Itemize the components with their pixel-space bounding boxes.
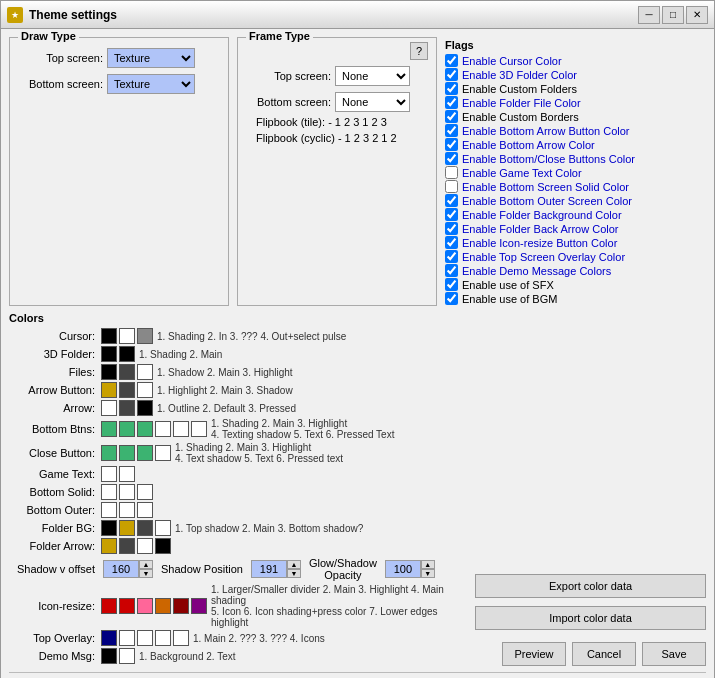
folder-arrow-swatch-2[interactable]: [119, 538, 135, 554]
flag-checkbox-5[interactable]: [445, 124, 458, 137]
shadow-row: Shadow v offset ▲ ▼ Shadow Position ▲: [9, 557, 469, 581]
save-button[interactable]: Save: [642, 642, 706, 666]
files-swatch-2[interactable]: [119, 364, 135, 380]
arrow-btn-swatch-2[interactable]: [119, 382, 135, 398]
frame-bottom-select[interactable]: NoneSimpleFull: [335, 92, 410, 112]
bottom-solid-swatch-1[interactable]: [101, 484, 117, 500]
cancel-button[interactable]: Cancel: [572, 642, 636, 666]
flag-checkbox-16[interactable]: [445, 278, 458, 291]
shadow-pos-down[interactable]: ▼: [287, 569, 301, 578]
icon-resize-swatch-5[interactable]: [173, 598, 189, 614]
flag-checkbox-11[interactable]: [445, 208, 458, 221]
glow-up[interactable]: ▲: [421, 560, 435, 569]
preview-button[interactable]: Preview: [502, 642, 566, 666]
bottom-btns-swatch-4[interactable]: [155, 421, 171, 437]
flag-checkbox-3[interactable]: [445, 96, 458, 109]
arrow-swatch-1[interactable]: [101, 400, 117, 416]
bottom-btns-swatch-6[interactable]: [191, 421, 207, 437]
top-overlay-swatch-4[interactable]: [155, 630, 171, 646]
shadow-pos-up[interactable]: ▲: [287, 560, 301, 569]
bottom-outer-swatch-1[interactable]: [101, 502, 117, 518]
folder-bg-swatch-2[interactable]: [119, 520, 135, 536]
folder-bg-swatch-1[interactable]: [101, 520, 117, 536]
flag-checkbox-17[interactable]: [445, 292, 458, 305]
flag-checkbox-8[interactable]: [445, 166, 458, 179]
bottom-outer-swatch-2[interactable]: [119, 502, 135, 518]
top-overlay-swatch-1[interactable]: [101, 630, 117, 646]
icon-resize-swatch-3[interactable]: [137, 598, 153, 614]
close-button[interactable]: ✕: [686, 6, 708, 24]
shadow-v-up[interactable]: ▲: [139, 560, 153, 569]
close-btn-swatch-3[interactable]: [137, 445, 153, 461]
top-overlay-row: Top Overlay: 1. Main 2. ??? 3. ??? 4. Ic…: [9, 630, 469, 646]
bottom-btns-swatch-3[interactable]: [137, 421, 153, 437]
help-button[interactable]: ?: [410, 42, 428, 60]
close-btn-swatch-1[interactable]: [101, 445, 117, 461]
bottom-screen-select[interactable]: TextureSolidNone: [107, 74, 195, 94]
demo-msg-swatch-1[interactable]: [101, 648, 117, 664]
game-text-swatch-2[interactable]: [119, 466, 135, 482]
bottom-outer-swatch-3[interactable]: [137, 502, 153, 518]
flag-checkbox-2[interactable]: [445, 82, 458, 95]
shadow-pos-input[interactable]: [251, 560, 287, 578]
flag-checkbox-10[interactable]: [445, 194, 458, 207]
arrow-swatch-2[interactable]: [119, 400, 135, 416]
folder-arrow-swatch-1[interactable]: [101, 538, 117, 554]
glow-down[interactable]: ▼: [421, 569, 435, 578]
icon-resize-swatch-4[interactable]: [155, 598, 171, 614]
folder-bg-swatch-3[interactable]: [137, 520, 153, 536]
minimize-button[interactable]: ─: [638, 6, 660, 24]
flag-checkbox-9[interactable]: [445, 180, 458, 193]
icon-resize-swatch-2[interactable]: [119, 598, 135, 614]
close-btn-swatch-4[interactable]: [155, 445, 171, 461]
bottom-btns-swatch-1[interactable]: [101, 421, 117, 437]
game-text-label: Game Text:: [9, 468, 99, 480]
flag-checkbox-12[interactable]: [445, 222, 458, 235]
icon-resize-swatch-1[interactable]: [101, 598, 117, 614]
flag-checkbox-0[interactable]: [445, 54, 458, 67]
bottom-btns-swatch-2[interactable]: [119, 421, 135, 437]
bottom-btns-swatch-5[interactable]: [173, 421, 189, 437]
import-button[interactable]: Import color data: [475, 606, 706, 630]
flag-row-15: Enable Demo Message Colors: [445, 264, 706, 277]
cursor-swatch-3[interactable]: [137, 328, 153, 344]
arrow-swatch-3[interactable]: [137, 400, 153, 416]
flag-checkbox-7[interactable]: [445, 152, 458, 165]
flag-checkbox-1[interactable]: [445, 68, 458, 81]
maximize-button[interactable]: □: [662, 6, 684, 24]
glow-input[interactable]: [385, 560, 421, 578]
flipbook-tile: Flipbook (tile): - 1 2 3 1 2 3: [246, 116, 428, 128]
flag-checkbox-13[interactable]: [445, 236, 458, 249]
flag-checkbox-6[interactable]: [445, 138, 458, 151]
files-swatch-3[interactable]: [137, 364, 153, 380]
flag-checkbox-14[interactable]: [445, 250, 458, 263]
folder-arrow-swatch-3[interactable]: [137, 538, 153, 554]
top-overlay-swatch-5[interactable]: [173, 630, 189, 646]
folder3d-swatch-1[interactable]: [101, 346, 117, 362]
export-button[interactable]: Export color data: [475, 574, 706, 598]
flag-checkbox-4[interactable]: [445, 110, 458, 123]
shadow-v-input[interactable]: [103, 560, 139, 578]
arrow-btn-swatch-1[interactable]: [101, 382, 117, 398]
flag-checkbox-15[interactable]: [445, 264, 458, 277]
top-overlay-swatch-3[interactable]: [137, 630, 153, 646]
folder-bg-swatch-4[interactable]: [155, 520, 171, 536]
arrow-btn-swatch-3[interactable]: [137, 382, 153, 398]
top-overlay-swatch-2[interactable]: [119, 630, 135, 646]
cursor-swatch-1[interactable]: [101, 328, 117, 344]
shadow-v-down[interactable]: ▼: [139, 569, 153, 578]
top-screen-select[interactable]: TextureSolidNone: [107, 48, 195, 68]
folder-arrow-swatch-4[interactable]: [155, 538, 171, 554]
demo-msg-swatch-2[interactable]: [119, 648, 135, 664]
files-swatch-1[interactable]: [101, 364, 117, 380]
close-btn-swatch-2[interactable]: [119, 445, 135, 461]
folder3d-swatch-2[interactable]: [119, 346, 135, 362]
game-text-swatch-1[interactable]: [101, 466, 117, 482]
bottom-solid-swatch-3[interactable]: [137, 484, 153, 500]
close-btn-desc: 1. Shading 2. Main 3. Highlight4. Text s…: [175, 442, 343, 464]
bottom-solid-swatch-2[interactable]: [119, 484, 135, 500]
icon-resize-swatch-6[interactable]: [191, 598, 207, 614]
frame-top-select[interactable]: NoneSimpleFull: [335, 66, 410, 86]
cursor-swatch-2[interactable]: [119, 328, 135, 344]
flag-label-5: Enable Bottom Arrow Button Color: [462, 125, 630, 137]
